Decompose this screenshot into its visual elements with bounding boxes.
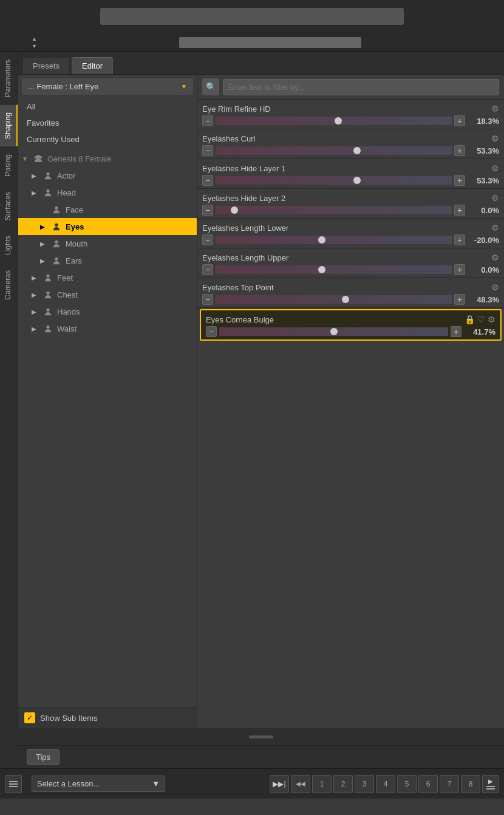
sidebar-item-lights[interactable]: Lights [0, 228, 18, 262]
tree-root[interactable]: ▼ Genesis 8 Female [18, 150, 197, 167]
footer-play-icon-btn[interactable]: ▶▶| [270, 775, 289, 793]
sidebar-item-surfaces[interactable]: Surfaces [0, 184, 18, 228]
gear-icon[interactable]: ⚙ [491, 163, 499, 173]
tree-item-mouth[interactable]: ▶ Mouth [18, 235, 197, 252]
param-header: Eyelashes Top Point ⚙ [202, 281, 499, 294]
tips-button[interactable]: Tips [27, 749, 60, 765]
bottom-scrollbar[interactable] [18, 728, 504, 745]
slider-track[interactable] [219, 327, 448, 336]
tree-item-ears[interactable]: ▶ Ears [18, 252, 197, 269]
footer-step-2-btn[interactable]: 2 [333, 775, 353, 793]
slider-plus-btn[interactable]: + [451, 326, 461, 337]
slider-track[interactable] [216, 206, 452, 214]
sidebar-item-posing[interactable]: Posing [0, 146, 18, 184]
param-name: Eyelashes Length Lower [202, 223, 288, 233]
slider-track[interactable] [216, 236, 452, 244]
lesson-select[interactable]: Select a Lesson... ▼ [32, 776, 165, 792]
chest-expand-icon: ▶ [32, 292, 40, 298]
play-icon: ▶ [488, 778, 493, 785]
slider-plus-btn[interactable]: + [454, 205, 465, 216]
slider-minus-btn[interactable]: − [202, 264, 213, 275]
slider-minus-btn[interactable]: − [202, 115, 213, 126]
tree-item-chest[interactable]: ▶ Chest [18, 286, 197, 303]
tree-item-face[interactable]: ▶ Face [18, 201, 197, 218]
footer-step-8-btn[interactable]: 8 [461, 775, 480, 793]
slider-plus-btn[interactable]: + [454, 145, 465, 156]
sidebar-item-cameras[interactable]: Cameras [0, 262, 18, 307]
gear-icon[interactable]: ⚙ [491, 282, 499, 292]
slider-minus-btn[interactable]: − [202, 294, 213, 305]
svg-point-6 [55, 223, 58, 227]
slider-plus-btn[interactable]: + [454, 234, 465, 245]
top-bar [0, 0, 504, 33]
tree-container: ▼ Genesis 8 Female [18, 148, 197, 707]
hands-expand-icon: ▶ [32, 309, 40, 315]
search-icon: 🔍 [206, 82, 216, 92]
gear-icon[interactable]: ⚙ [488, 315, 495, 324]
footer-step-5-btn[interactable]: 5 [397, 775, 417, 793]
slider-plus-btn[interactable]: + [454, 294, 465, 305]
slider-value: 48.3% [468, 295, 499, 304]
tree-item-mouth-label: Mouth [66, 239, 87, 248]
tree-item-head-label: Head [57, 188, 76, 197]
gear-icon[interactable]: ⚙ [491, 253, 499, 262]
footer-step-7-btn[interactable]: 7 [440, 775, 459, 793]
character-dropdown[interactable]: ... Female : Left Eye ▼ [22, 78, 193, 95]
heart-icon[interactable]: ♡ [477, 315, 485, 324]
slider-minus-btn[interactable]: − [206, 326, 217, 337]
dropdown-arrow-icon: ▼ [181, 83, 187, 90]
slider-row: − + 48.3% [202, 294, 499, 305]
sidebar-item-parameters[interactable]: Parameters [0, 52, 18, 104]
sidebar-item-shaping[interactable]: Shaping [0, 104, 18, 146]
slider-track[interactable] [216, 146, 452, 155]
footer-rewind-btn[interactable]: ◀◀ [291, 775, 310, 793]
slider-minus-btn[interactable]: − [202, 175, 213, 186]
scroll-down-arrow[interactable]: ▼ [32, 43, 37, 50]
tab-editor[interactable]: Editor [72, 57, 113, 74]
slider-track[interactable] [216, 295, 452, 304]
slider-minus-btn[interactable]: − [202, 234, 213, 245]
tree-item-feet[interactable]: ▶ Feet [18, 269, 197, 286]
footer-step-6-btn[interactable]: 6 [418, 775, 438, 793]
svg-point-5 [55, 206, 58, 210]
gear-icon[interactable]: ⚙ [491, 134, 499, 143]
tree-item-actor[interactable]: ▶ Actor [18, 167, 197, 184]
slider-row: − + 53.3% [202, 175, 499, 186]
tree-item-head[interactable]: ▶ Head [18, 184, 197, 201]
slider-plus-btn[interactable]: + [454, 175, 465, 186]
actor-expand-icon: ▶ [32, 172, 40, 179]
category-favorites[interactable]: Favorites [18, 115, 197, 131]
footer-step-1-btn[interactable]: 1 [312, 775, 332, 793]
slider-track[interactable] [216, 176, 452, 185]
slider-plus-btn[interactable]: + [454, 264, 465, 275]
gear-icon[interactable]: ⚙ [491, 104, 499, 114]
tab-presets[interactable]: Presets [23, 58, 69, 74]
gear-icon[interactable]: ⚙ [491, 193, 499, 203]
show-sub-items-label: Show Sub Items [40, 714, 98, 723]
footer-step-3-btn[interactable]: 3 [355, 775, 374, 793]
gear-icon[interactable]: ⚙ [491, 223, 499, 233]
slider-track[interactable] [216, 265, 452, 274]
waist-expand-icon: ▶ [32, 326, 40, 332]
param-row: Eyelashes Length Upper ⚙ − + 0.0% [197, 248, 504, 278]
slider-plus-btn[interactable]: + [454, 115, 465, 126]
lock-icon[interactable]: 🔒 [465, 315, 475, 324]
footer-step-4-btn[interactable]: 4 [376, 775, 395, 793]
category-currently-used[interactable]: Currently Used [18, 131, 197, 148]
slider-minus-btn[interactable]: − [202, 145, 213, 156]
params-container: Eye Rim Refine HD ⚙ − + 18.3% [197, 100, 504, 728]
tree-item-eyes[interactable]: ▶ Eyes [18, 218, 197, 235]
svg-point-11 [46, 309, 49, 312]
show-sub-items-checkbox[interactable]: ✓ [24, 712, 35, 723]
slider-track[interactable] [216, 117, 452, 125]
slider-value: 53.3% [468, 176, 499, 185]
tree-item-waist[interactable]: ▶ Waist [18, 320, 197, 337]
footer-menu-icon[interactable] [5, 775, 22, 793]
category-all[interactable]: All [18, 98, 197, 115]
param-name: Eyes Cornea Bulge [206, 315, 274, 324]
footer-menu2-icon[interactable]: ▶ [482, 775, 499, 793]
scroll-up-arrow[interactable]: ▲ [32, 35, 37, 43]
search-input[interactable] [223, 79, 499, 95]
tree-item-hands[interactable]: ▶ Hands [18, 303, 197, 320]
slider-minus-btn[interactable]: − [202, 205, 213, 216]
